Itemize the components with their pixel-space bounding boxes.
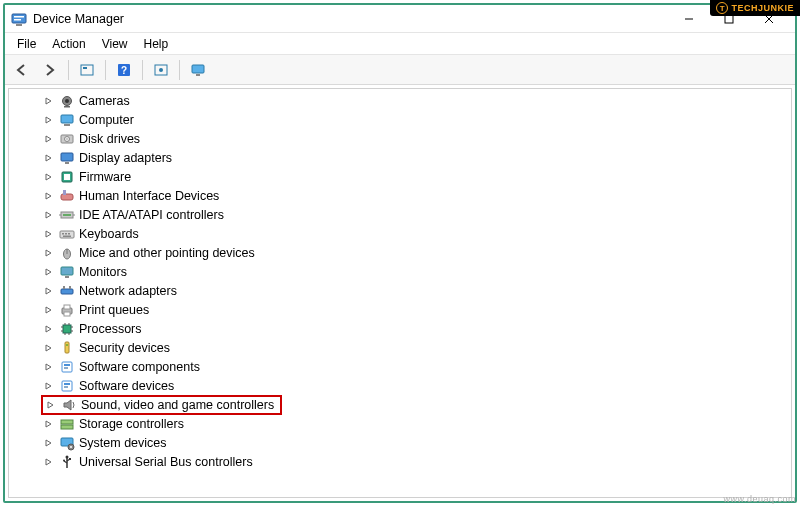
tree-item[interactable]: Monitors bbox=[19, 262, 791, 281]
chevron-right-icon[interactable] bbox=[43, 133, 55, 145]
tree-item[interactable]: Mice and other pointing devices bbox=[19, 243, 791, 262]
svg-rect-35 bbox=[68, 233, 70, 235]
menu-file[interactable]: File bbox=[9, 35, 44, 53]
tree-item-label: Network adapters bbox=[79, 284, 177, 298]
chevron-right-icon[interactable] bbox=[45, 399, 57, 411]
show-hidden-button[interactable] bbox=[75, 58, 99, 82]
monitor-icon bbox=[59, 264, 75, 280]
svg-point-57 bbox=[66, 344, 68, 346]
svg-rect-25 bbox=[65, 162, 69, 164]
mouse-icon bbox=[59, 245, 75, 261]
chevron-right-icon[interactable] bbox=[43, 114, 55, 126]
chevron-right-icon[interactable] bbox=[43, 323, 55, 335]
tree-item-label: Monitors bbox=[79, 265, 127, 279]
tree-item[interactable]: Human Interface Devices bbox=[19, 186, 791, 205]
chevron-right-icon[interactable] bbox=[43, 247, 55, 259]
chevron-right-icon[interactable] bbox=[43, 361, 55, 373]
tree-item[interactable]: Display adapters bbox=[19, 148, 791, 167]
chevron-right-icon[interactable] bbox=[43, 209, 55, 221]
usb-icon bbox=[59, 454, 75, 470]
chevron-right-icon[interactable] bbox=[43, 228, 55, 240]
chevron-right-icon[interactable] bbox=[43, 171, 55, 183]
keyboard-icon bbox=[59, 226, 75, 242]
menu-action[interactable]: Action bbox=[44, 35, 93, 53]
chevron-right-icon[interactable] bbox=[43, 418, 55, 430]
display-icon bbox=[59, 150, 75, 166]
scan-button[interactable] bbox=[149, 58, 173, 82]
tree-item-label: Software components bbox=[79, 360, 200, 374]
svg-rect-18 bbox=[64, 106, 70, 108]
forward-button[interactable] bbox=[38, 58, 62, 82]
tree-item-label: Sound, video and game controllers bbox=[81, 398, 274, 412]
svg-rect-60 bbox=[64, 367, 68, 369]
svg-point-23 bbox=[66, 138, 67, 139]
tree-item[interactable]: Sound, video and game controllers bbox=[19, 395, 791, 414]
chevron-right-icon[interactable] bbox=[43, 190, 55, 202]
chevron-right-icon[interactable] bbox=[43, 380, 55, 392]
tree-item[interactable]: Universal Serial Bus controllers bbox=[19, 452, 791, 471]
system-icon bbox=[59, 435, 75, 451]
svg-rect-29 bbox=[63, 190, 66, 195]
tree-item[interactable]: Keyboards bbox=[19, 224, 791, 243]
chevron-right-icon[interactable] bbox=[43, 456, 55, 468]
menu-view[interactable]: View bbox=[94, 35, 136, 53]
device-tree-panel[interactable]: CamerasComputerDisk drivesDisplay adapte… bbox=[8, 88, 792, 498]
chevron-right-icon[interactable] bbox=[43, 266, 55, 278]
svg-rect-33 bbox=[62, 233, 64, 235]
svg-rect-59 bbox=[64, 364, 70, 366]
svg-rect-62 bbox=[64, 383, 70, 385]
printer-icon bbox=[59, 302, 75, 318]
svg-rect-64 bbox=[61, 420, 73, 424]
tree-item[interactable]: Processors bbox=[19, 319, 791, 338]
tree-item-label: Human Interface Devices bbox=[79, 189, 219, 203]
tree-item-label: Keyboards bbox=[79, 227, 139, 241]
toolbar-separator bbox=[179, 60, 180, 80]
chevron-right-icon[interactable] bbox=[43, 152, 55, 164]
tree-item[interactable]: Software components bbox=[19, 357, 791, 376]
svg-rect-42 bbox=[63, 286, 65, 289]
tree-item[interactable]: Security devices bbox=[19, 338, 791, 357]
tree-item[interactable]: Storage controllers bbox=[19, 414, 791, 433]
ide-icon bbox=[59, 207, 75, 223]
tree-item[interactable]: Print queues bbox=[19, 300, 791, 319]
svg-rect-39 bbox=[61, 267, 73, 275]
firmware-icon bbox=[59, 169, 75, 185]
tree-item-label: Display adapters bbox=[79, 151, 172, 165]
chevron-right-icon[interactable] bbox=[43, 342, 55, 354]
svg-text:?: ? bbox=[121, 65, 127, 76]
tree-item[interactable]: IDE ATA/ATAPI controllers bbox=[19, 205, 791, 224]
tree-item[interactable]: Firmware bbox=[19, 167, 791, 186]
watermark-badge: T TECHJUNKIE bbox=[710, 0, 800, 16]
svg-point-68 bbox=[70, 446, 72, 448]
toolbar-separator bbox=[68, 60, 69, 80]
svg-point-69 bbox=[66, 455, 69, 458]
monitor-button[interactable] bbox=[186, 58, 210, 82]
menu-help[interactable]: Help bbox=[136, 35, 177, 53]
tree-item[interactable]: Network adapters bbox=[19, 281, 791, 300]
chevron-right-icon[interactable] bbox=[43, 95, 55, 107]
minimize-button[interactable] bbox=[669, 7, 709, 31]
back-button[interactable] bbox=[11, 58, 35, 82]
tree-item-label: Cameras bbox=[79, 94, 130, 108]
svg-rect-19 bbox=[61, 115, 73, 123]
tree-item[interactable]: Software devices bbox=[19, 376, 791, 395]
tree-item[interactable]: Cameras bbox=[19, 91, 791, 110]
svg-rect-0 bbox=[12, 14, 26, 23]
help-button[interactable]: ? bbox=[112, 58, 136, 82]
tree-item-label: Mice and other pointing devices bbox=[79, 246, 255, 260]
tree-item-label: IDE ATA/ATAPI controllers bbox=[79, 208, 224, 222]
tree-item[interactable]: Computer bbox=[19, 110, 791, 129]
camera-icon bbox=[59, 93, 75, 109]
toolbar-separator bbox=[105, 60, 106, 80]
tree-item-label: Security devices bbox=[79, 341, 170, 355]
chevron-right-icon[interactable] bbox=[43, 304, 55, 316]
site-watermark: www.deuaq.com bbox=[723, 494, 796, 504]
chevron-right-icon[interactable] bbox=[43, 285, 55, 297]
svg-point-13 bbox=[159, 68, 163, 72]
tree-item-label: Software devices bbox=[79, 379, 174, 393]
tree-item[interactable]: System devices bbox=[19, 433, 791, 452]
tree-item[interactable]: Disk drives bbox=[19, 129, 791, 148]
hid-icon bbox=[59, 188, 75, 204]
chevron-right-icon[interactable] bbox=[43, 437, 55, 449]
software-icon bbox=[59, 359, 75, 375]
